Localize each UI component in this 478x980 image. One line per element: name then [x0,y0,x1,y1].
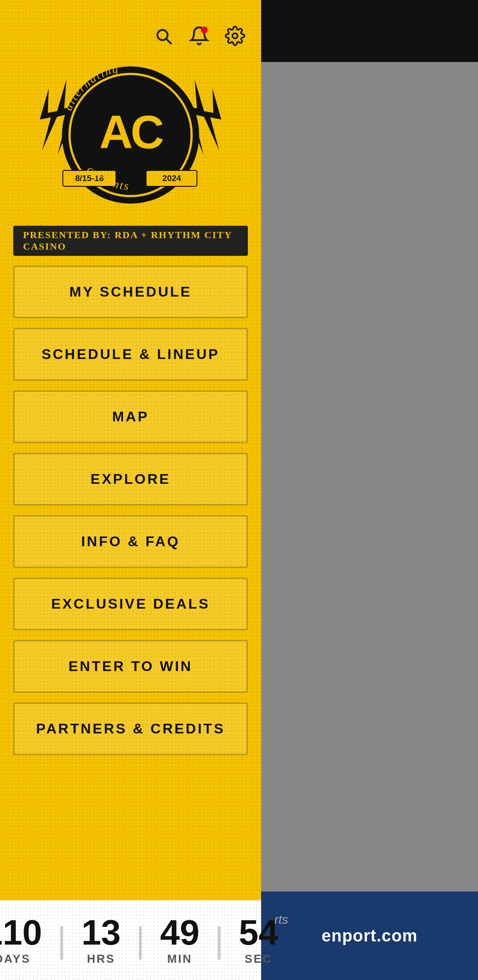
menu-buttons: MY SCHEDULE SCHEDULE & LINEUP MAP EXPLOR… [13,266,248,755]
divider-2: | [134,922,147,958]
info-faq-button[interactable]: INFO & FAQ [13,515,248,568]
countdown-min-value: 49 [160,915,200,950]
svg-point-1 [232,33,238,39]
svg-point-0 [201,27,208,33]
logo-area: AC 8/15-18 2024 alternating currents PRE [13,53,248,256]
bell-icon[interactable] [186,22,212,50]
festival-logo: AC 8/15-18 2024 alternating currents [22,53,239,221]
presented-by: PRESENTED BY: RDA + Rhythm City Casino [13,226,248,256]
countdown-min: 49 MIN [147,915,213,966]
countdown-sec: 54 SEC [225,915,291,966]
countdown-min-label: MIN [167,952,193,966]
partners-credits-button[interactable]: PARTNERS & CREDITS [13,702,248,755]
blue-bar-right: enport.com [261,891,478,980]
yellow-panel: AC 8/15-18 2024 alternating currents PRE [0,0,261,980]
header-icons [150,22,248,50]
map-button[interactable]: MAP [13,390,248,443]
blue-bar-text: enport.com [322,926,418,945]
svg-text:2024: 2024 [162,174,181,183]
countdown-days: 110 DAYS [0,915,55,966]
my-schedule-button[interactable]: MY SCHEDULE [13,266,248,318]
logo-container: AC 8/15-18 2024 alternating currents [22,53,239,221]
divider-1: | [55,922,68,958]
countdown-sec-value: 54 [239,915,278,950]
countdown-hrs-label: HRS [87,952,115,966]
countdown-hrs-value: 13 [81,915,121,950]
svg-marker-2 [40,89,60,150]
countdown-days-label: DAYS [0,952,31,966]
countdown-hrs: 13 HRS [68,915,134,966]
divider-3: | [213,922,226,958]
schedule-lineup-button[interactable]: SCHEDULE & LINEUP [13,328,248,381]
search-icon[interactable] [150,22,177,50]
countdown-bar: 110 DAYS | 13 HRS | 49 MIN | 54 SEC [0,900,261,980]
countdown-sec-label: SEC [245,952,272,966]
enter-to-win-button[interactable]: ENTER TO WIN [13,640,248,693]
svg-marker-4 [201,89,221,150]
top-bar-right [261,0,478,62]
svg-text:AC: AC [99,106,163,158]
gear-icon[interactable] [222,22,248,50]
explore-button[interactable]: EXPLORE [13,453,248,505]
countdown-days-value: 110 [0,915,42,950]
exclusive-deals-button[interactable]: EXCLUSIVE DEALS [13,578,248,630]
